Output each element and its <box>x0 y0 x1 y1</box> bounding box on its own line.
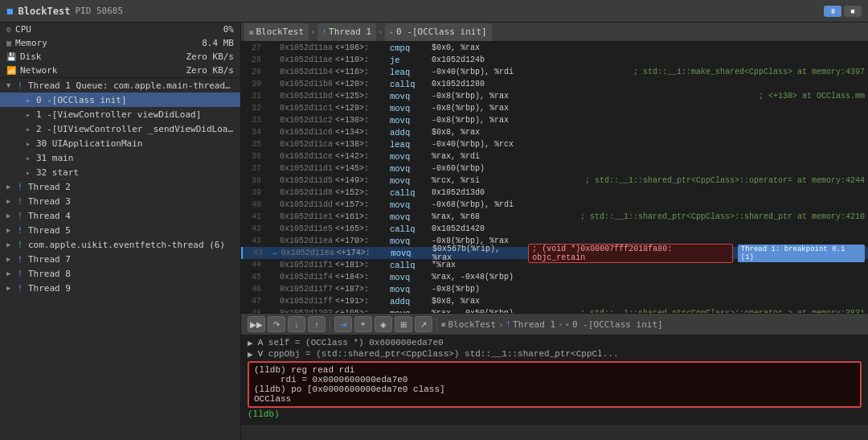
code-line-46[interactable]: 46 0x1052d11f7 <+187>: movq -0x8(%rbp) <box>241 283 868 295</box>
view-btn[interactable]: ⊞ <box>395 316 412 332</box>
thread-5-item[interactable]: ▶ ! Thread 5 <box>0 223 240 237</box>
frame-0-label: 0 -[OCClass init] <box>36 95 234 105</box>
code-line-28[interactable]: 28 0x1052d11ae <+110>: je 0x1052d124b <box>241 54 868 66</box>
thread-5-label: Thread 5 <box>28 225 234 236</box>
thread-3-label: Thread 3 <box>28 196 234 207</box>
code-line-47[interactable]: 47 0x1052d11ff <+191>: addq $0x8, %rax <box>241 295 868 307</box>
code-line-35[interactable]: 35 0x1052d11ca <+138>: leaq -0x40(%rbp),… <box>241 138 868 150</box>
code-line-36[interactable]: 36 0x1052d11ce <+142>: movq %rax, %rdi <box>241 150 868 162</box>
tab-thread1[interactable]: ! Thread 1 <box>317 23 376 41</box>
tab-blocktest-label: BlockTest <box>256 27 304 37</box>
code-content: 27 0x1052d11aa <+106>: cmpq $0x0, %rax 2… <box>241 42 868 313</box>
expand-icon-5: ▶ <box>6 226 14 234</box>
thread-7-label: Thread 7 <box>28 254 234 265</box>
code-area: ◼ BlockTest › ! Thread 1 › ▸ 0 -[OCClass… <box>241 23 868 440</box>
frame-icon-32: ▸ <box>23 168 34 177</box>
thread-4-item[interactable]: ▶ ! Thread 4 <box>0 208 240 223</box>
lldb-prompt-line: (lldb) <box>248 409 862 419</box>
memory-metric: ▦ Memory 8.4 MB <box>0 36 240 50</box>
expand-icon-6: ▶ <box>6 241 14 249</box>
tab-blocktest[interactable]: ◼ BlockTest <box>244 23 309 41</box>
bt-thread1-label: Thread 1 <box>513 319 555 330</box>
code-line-45[interactable]: 45 0x1052d11f4 <+184>: movq %rax, -0x48(… <box>241 271 868 283</box>
console-prompt-a: ▶ <box>248 338 253 348</box>
thread-icon-6: ! <box>14 241 26 249</box>
thread-1-frame-2[interactable]: ▸ 2 -[UIViewController _sendViewDidLoadW… <box>0 121 240 136</box>
cpu-value: 0% <box>223 24 234 35</box>
console-output-3: (lldb) po [0x0000600000eda7e0 class] <box>254 384 855 394</box>
code-line-33[interactable]: 33 0x1052d11c2 <+130>: movq -0x8(%rbp), … <box>241 114 868 126</box>
thread-button[interactable]: ⇥ <box>334 316 352 332</box>
console-input-area <box>241 424 868 440</box>
console-text-a: A self = (OCClass *) 0x600000eda7e0 <box>258 338 444 347</box>
share-btn[interactable]: ↗ <box>415 316 432 332</box>
thread-6-item[interactable]: ▶ ! com.apple.uikit.eventfetch-thread (6… <box>0 237 240 252</box>
debug-button[interactable]: ⌖ <box>354 316 372 332</box>
frame-30-label: 30 UIApplicationMain <box>36 138 234 149</box>
thread-1-frame-0[interactable]: ▸ 0 -[OCClass init] <box>0 93 240 107</box>
thread1-icon-sm: ! <box>506 320 510 328</box>
frame-icon-1: ▸ <box>23 110 34 119</box>
frame0-icon-sm: ▸ <box>566 320 570 328</box>
continue-button[interactable]: ▶▶ <box>248 316 265 332</box>
bottom-toolbar: ▶▶ ↷ ↓ ↑ ⇥ ⌖ ◈ ⊞ ↗ ◼ BlockTest › ! Threa… <box>241 313 868 335</box>
breakpoint-btn[interactable]: ◈ <box>375 316 392 332</box>
toolbar-sep-1 <box>330 318 330 331</box>
code-line-42[interactable]: 42 0x1052d11e5 <+165>: callq 0x1052d1420 <box>241 223 868 235</box>
console-content: ▶ A self = (OCClass *) 0x600000eda7e0 ▶ … <box>241 335 868 424</box>
thread-1-frame-30[interactable]: ▸ 30 UIApplicationMain <box>0 136 240 150</box>
highlight-box: ; (void *)0x00007fff2018fa80: objc_retai… <box>528 244 732 263</box>
thread-8-item[interactable]: ▶ ! Thread 8 <box>0 266 240 281</box>
code-line-31[interactable]: 31 0x1052d11bd <+125>: movq -0x8(%rbp), … <box>241 90 868 102</box>
thread-9-item[interactable]: ▶ ! Thread 9 <box>0 281 240 295</box>
code-line-40[interactable]: 40 0x1052d11dd <+157>: movq -0x68(%rbp),… <box>241 199 868 211</box>
stop-button[interactable]: ■ <box>844 6 862 17</box>
expand-icon-8: ▶ <box>6 269 14 278</box>
expand-icon-9: ▶ <box>6 284 14 292</box>
thread-icon-7: ! <box>14 255 26 264</box>
code-line-37[interactable]: 37 0x1052d11d1 <+145>: movq -0x60(%rbp) <box>241 162 868 175</box>
code-line-39[interactable]: 39 0x1052d11d8 <+152>: callq 0x1052d13d0 <box>241 187 868 199</box>
thread-1-label: Thread 1 Queue: com.apple.main-thread (s… <box>28 80 234 91</box>
thread-2-item[interactable]: ▶ ! Thread 2 <box>0 179 240 194</box>
frame-icon: ▸ <box>23 96 34 105</box>
cpu-metric: ⚙ CPU 0% <box>0 23 240 36</box>
thread-1-item[interactable]: ▼ ! Thread 1 Queue: com.apple.main-threa… <box>0 78 240 93</box>
blocktest-icon: ◼ <box>249 28 253 36</box>
thread-icon-8: ! <box>14 269 26 278</box>
step-out-button[interactable]: ↑ <box>308 316 326 332</box>
thread-6-label: com.apple.uikit.eventfetch-thread (6) <box>28 240 234 250</box>
step-over-button[interactable]: ↷ <box>268 316 285 332</box>
thread-8-label: Thread 8 <box>28 269 234 279</box>
thread-7-item[interactable]: ▶ ! Thread 7 <box>0 252 240 266</box>
thread-icon-4: ! <box>14 212 26 220</box>
line-num: 27 <box>244 43 265 52</box>
app-title: BlockTest <box>18 6 70 17</box>
tab-frame0-label: 0 -[OCClass init] <box>396 27 487 37</box>
code-line-41[interactable]: 41 0x1052d11e1 <+161>: movq %rax, %r68 ;… <box>241 211 868 223</box>
code-line-34[interactable]: 34 0x1052d11c6 <+134>: addq $0x8, %rax <box>241 126 868 138</box>
thread-3-item[interactable]: ▶ ! Thread 3 <box>0 194 240 208</box>
code-line-43-current[interactable]: 43 → 0x1052d11ea <+174>: movq $0x567b(%r… <box>241 247 868 259</box>
step-into-button[interactable]: ↓ <box>288 316 305 332</box>
tab-frame0[interactable]: ▸ 0 -[OCClass init] <box>385 23 492 41</box>
disk-value: Zero KB/s <box>186 51 234 62</box>
code-line-38[interactable]: 38 0x1052d11d5 <+149>: movq %rcx, %rsi ;… <box>241 175 868 187</box>
bt-frame0-label: 0 -[OCClass init] <box>572 319 663 330</box>
line-instr: cmpq <box>390 43 428 53</box>
code-line-48[interactable]: 48 0x1052d1203 <+195>: movq %rax, -0x50(… <box>241 307 868 313</box>
code-line-27[interactable]: 27 0x1052d11aa <+106>: cmpq $0x0, %rax <box>241 42 868 54</box>
thread1-tab-icon: ! <box>322 28 326 36</box>
thread-1-frame-32[interactable]: ▸ 32 start <box>0 165 240 179</box>
line-ops: $0x0, %rax <box>432 43 865 52</box>
console-output-2: rdi = 0x0000600000eda7e0 <box>254 375 855 384</box>
bottom-console: ▶ A self = (OCClass *) 0x600000eda7e0 ▶ … <box>241 335 868 440</box>
code-line-44[interactable]: 44 0x1052d11f1 <+181>: callq *%rax <box>241 259 868 271</box>
pause-button[interactable]: ⏸ <box>824 6 841 17</box>
thread-1-frame-31[interactable]: ▸ 31 main <box>0 150 240 165</box>
code-line-32[interactable]: 32 0x1052d11c1 <+129>: movq -0x8(%rbp), … <box>241 102 868 114</box>
code-line-30[interactable]: 30 0x1052d11b8 <+120>: callq 0x1052d1280 <box>241 78 868 90</box>
thread-1-frame-1[interactable]: ▸ 1 -[ViewController viewDidLoad] <box>0 107 240 121</box>
tab-sep-1: › <box>310 27 316 37</box>
code-line-29[interactable]: 29 0x1052d11b4 <+116>: leaq -0x40(%rbp),… <box>241 66 868 78</box>
